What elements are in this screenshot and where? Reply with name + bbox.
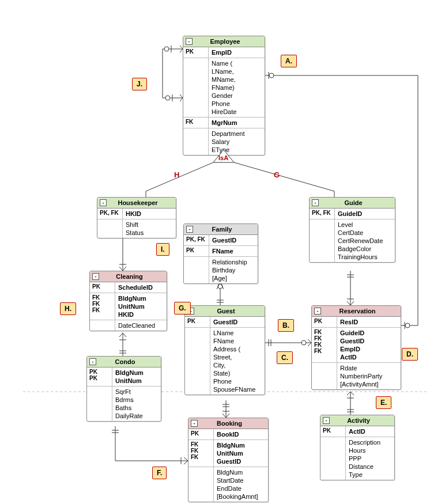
value-cell: BookID [214,429,268,439]
key-cell: PK [312,317,337,327]
key-cell [185,328,210,395]
entity-row: DateCleaned [90,320,167,331]
entity-condo: -Condo PK PKBldgNumUnitNumSqrFtBdrmsBath… [86,356,161,422]
callout-i: I. [156,243,169,256]
value-cell: DateCleaned [115,320,167,331]
key-cell [184,257,209,283]
entity-row: LNameFNameAddress (Street,City,State)Pho… [185,328,265,395]
value-cell: ResID [337,317,401,327]
svg-point-45 [301,340,306,345]
callout-j: J. [132,78,147,90]
svg-point-2 [269,73,274,78]
key-cell [183,128,209,155]
key-cell: PK [183,47,209,58]
entity-row: PKGuestID [185,317,265,328]
callout-f: F. [152,467,167,479]
svg-point-6 [405,323,410,328]
entity-row: PKScheduleID [90,282,167,293]
entity-row: SqrFtBdrmsBathsDailyRate [87,386,161,421]
entity-title: Family [197,226,255,233]
key-cell: PK, FK [184,235,209,245]
key-cell [90,320,115,331]
value-cell: GuideIDGuestIDEmpIDActID [337,328,401,362]
key-cell: FK [183,118,209,128]
entity-title: Booking [201,420,266,427]
collapse-icon[interactable]: - [323,417,330,424]
entity-family: -Family PK, FKGuestIDPKFNameRelationship… [183,223,258,284]
entity-title: Guide [322,199,393,206]
key-cell: PK [188,429,214,439]
entity-row: PK, FKGuestID [184,235,258,246]
entity-row: BldgNumStartDateEndDate[BookingAmnt] [188,467,268,502]
entity-booking: -Booking PKBookIDFK FK FKBldgNumUnitNumG… [188,418,269,502]
rel-label-g: G [274,170,280,179]
callout-b: B. [278,319,294,332]
isa-triangle: IsA [213,150,234,165]
key-cell: PK, FK [97,209,123,219]
key-cell: PK [90,282,115,293]
collapse-icon[interactable]: - [312,199,319,206]
key-cell [188,467,214,502]
entity-title: Reservation [325,308,398,314]
svg-line-60 [184,457,188,461]
value-cell: GuestID [209,235,258,245]
key-cell [87,386,112,421]
key-cell [310,219,335,262]
value-cell: RelationshipBirthday[Age] [209,257,258,283]
key-cell: PK [320,426,346,437]
svg-line-23 [119,333,123,337]
collapse-icon[interactable]: - [100,199,107,206]
key-cell: PK PK [87,367,112,386]
entity-row: FK FK FKBldgNumUnitNumGuestID [188,440,268,467]
value-cell: FName [209,246,258,256]
entity-row: LevelCertDateCertRenewDateBadgeColorTrai… [310,219,395,262]
value-cell: Name (LName,MName,FName)GenderPhoneHireD… [209,58,265,117]
value-cell: GuestID [210,317,265,327]
entity-row: FKMgrNum [183,118,265,128]
svg-line-48 [350,392,354,395]
callout-e: E. [376,396,391,409]
entity-guest: -Guest PKGuestIDLNameFNameAddress (Stree… [184,305,265,395]
key-cell: PK [184,246,209,256]
entity-row: RdateNumberinParty[ActivityAmnt] [312,363,401,389]
value-cell: BldgNumUnitNumHKID [115,293,167,320]
key-cell [183,58,209,117]
value-cell: SqrFtBdrmsBathsDailyRate [112,386,161,421]
svg-text:IsA: IsA [218,154,228,161]
collapse-icon[interactable]: - [89,358,96,365]
entity-title: Activity [333,417,392,424]
value-cell: GuideID [335,209,395,219]
entity-row: FK FK FK FKGuideIDGuestIDEmpIDActID [312,328,401,363]
entity-housekeeper: -Housekeeper PK, FKHKIDShiftStatus [97,197,176,238]
callout-a: A. [281,55,297,67]
value-cell: LevelCertDateCertRenewDateBadgeColorTrai… [335,219,395,262]
collapse-icon[interactable]: - [186,38,193,45]
svg-line-19 [119,267,123,271]
entity-row: FK FK FKBldgNumUnitNumHKID [90,293,167,320]
value-cell: EmpID [209,47,265,58]
collapse-icon[interactable]: - [92,273,99,280]
entity-row: PK, FKGuideID [310,209,395,219]
key-cell [97,219,123,238]
key-cell: FK FK FK [188,440,214,467]
entity-title: Housekeeper [110,199,174,206]
entity-row: PKEmpID [183,47,265,58]
entity-title: Employee [196,38,262,45]
svg-line-55 [223,414,226,418]
key-cell [320,437,346,480]
svg-point-11 [165,96,170,100]
entity-row: PK, FKHKID [97,209,176,219]
entity-row: RelationshipBirthday[Age] [184,257,258,283]
entity-row: Name (LName,MName,FName)GenderPhoneHireD… [183,58,265,118]
entity-row: PKBookID [188,429,268,440]
entity-cleaning: -Cleaning PKScheduleIDFK FK FKBldgNumUni… [89,271,167,331]
collapse-icon[interactable]: - [314,308,321,314]
entity-guide: -Guide PK, FKGuideIDLevelCertDateCertRen… [309,197,395,263]
entity-row: PK PKBldgNumUnitNum [87,367,161,386]
collapse-icon[interactable]: - [186,226,193,233]
value-cell: ActID [346,426,394,437]
callout-d: D. [402,348,418,361]
key-cell: FK FK FK [90,293,115,320]
svg-line-31 [347,301,350,305]
collapse-icon[interactable]: - [191,420,198,427]
